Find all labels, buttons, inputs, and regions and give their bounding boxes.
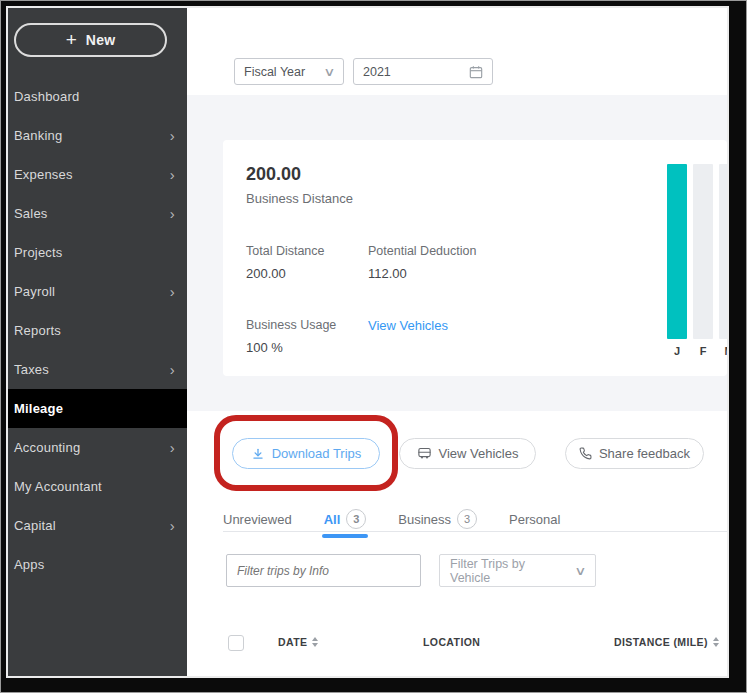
- year-picker[interactable]: 2021: [353, 58, 493, 85]
- tab-label: Business: [398, 512, 451, 527]
- sidebar-item-label: Accounting: [14, 440, 80, 455]
- business-usage-label: Business Usage: [246, 318, 336, 332]
- column-label: DISTANCE (MILE): [614, 636, 708, 648]
- view-vehicles-link[interactable]: View Vehicles: [368, 318, 448, 333]
- filter-vehicle-label: Filter Trips by Vehicle: [450, 557, 568, 585]
- total-distance-label: Total Distance: [246, 244, 325, 258]
- chart-bar-f: [693, 164, 713, 339]
- sidebar-item-label: Payroll: [14, 284, 55, 299]
- chevron-right-icon: ›: [170, 167, 175, 182]
- chevron-down-icon: ∨: [574, 564, 586, 578]
- view-vehicles-button-label: View Vehicles: [439, 446, 519, 461]
- tab-label: Personal: [509, 512, 560, 527]
- sidebar-item-reports[interactable]: Reports: [8, 311, 187, 350]
- sidebar-item-label: Reports: [14, 323, 61, 338]
- chevron-right-icon: ›: [170, 518, 175, 533]
- phone-icon: [579, 447, 592, 460]
- chart-axis-label: F: [693, 345, 713, 357]
- sidebar-item-dashboard[interactable]: Dashboard: [8, 77, 187, 116]
- tab-personal[interactable]: Personal: [509, 512, 560, 527]
- sidebar-item-label: Mileage: [14, 401, 63, 416]
- download-trips-label: Download Trips: [272, 446, 362, 461]
- app-window: + New DashboardBanking›Expenses›Sales›Pr…: [6, 6, 729, 678]
- tab-label: All: [324, 512, 341, 527]
- new-button[interactable]: + New: [14, 23, 167, 57]
- trip-tabs: UnreviewedAll3Business3Personal: [223, 505, 560, 533]
- period-type-value: Fiscal Year: [244, 65, 305, 79]
- potential-deduction-value: 112.00: [368, 266, 407, 281]
- sidebar-item-sales[interactable]: Sales›: [8, 194, 187, 233]
- new-button-label: New: [86, 32, 115, 48]
- tab-count-badge: 3: [457, 509, 477, 529]
- sidebar-item-label: Capital: [14, 518, 56, 533]
- chart-axis-label: M: [719, 345, 727, 357]
- sidebar-item-expenses[interactable]: Expenses›: [8, 155, 187, 194]
- chevron-right-icon: ›: [170, 284, 175, 299]
- plus-icon: +: [66, 30, 77, 49]
- download-icon: [251, 447, 265, 461]
- mileage-summary-card: 200.00 Business Distance Total Distance …: [223, 140, 727, 376]
- chevron-right-icon: ›: [170, 440, 175, 455]
- screenshot-frame: + New DashboardBanking›Expenses›Sales›Pr…: [0, 0, 747, 693]
- business-distance-label: Business Distance: [246, 191, 353, 206]
- chevron-down-icon: ∨: [323, 65, 335, 79]
- column-header-distance-mile[interactable]: DISTANCE (MILE): [614, 636, 719, 648]
- sidebar-item-label: Taxes: [14, 362, 49, 377]
- download-trips-button[interactable]: Download Trips: [232, 438, 380, 469]
- business-distance-value: 200.00: [246, 164, 301, 185]
- chart-bar-j: [667, 164, 687, 339]
- filter-trips-input[interactable]: [226, 554, 421, 587]
- tab-label: Unreviewed: [223, 512, 292, 527]
- sidebar-item-banking[interactable]: Banking›: [8, 116, 187, 155]
- share-feedback-button[interactable]: Share feedback: [565, 438, 704, 469]
- chevron-right-icon: ›: [170, 128, 175, 143]
- tab-all[interactable]: All3: [324, 509, 367, 529]
- tab-business[interactable]: Business3: [398, 509, 477, 529]
- vehicle-icon: [417, 447, 432, 460]
- sidebar-item-label: Apps: [14, 557, 44, 572]
- period-type-select[interactable]: Fiscal Year ∨: [234, 58, 344, 85]
- sidebar-item-apps[interactable]: Apps: [8, 545, 187, 584]
- share-feedback-label: Share feedback: [599, 446, 690, 461]
- sidebar-item-label: Sales: [14, 206, 48, 221]
- column-label: LOCATION: [423, 636, 480, 648]
- filter-vehicle-select[interactable]: Filter Trips by Vehicle ∨: [439, 554, 596, 587]
- business-usage-value: 100 %: [246, 340, 283, 355]
- column-header-date[interactable]: DATE: [278, 636, 318, 648]
- sort-icon: [713, 637, 719, 647]
- sidebar-nav: DashboardBanking›Expenses›Sales›Projects…: [8, 77, 187, 584]
- sidebar-item-mileage[interactable]: Mileage: [8, 389, 187, 428]
- sidebar-item-label: My Accountant: [14, 479, 102, 494]
- chart-bar-m: [719, 164, 727, 339]
- sidebar-item-my-accountant[interactable]: My Accountant: [8, 467, 187, 506]
- sidebar: + New DashboardBanking›Expenses›Sales›Pr…: [8, 8, 187, 676]
- tab-count-badge: 3: [346, 509, 366, 529]
- view-vehicles-button[interactable]: View Vehicles: [399, 438, 536, 469]
- potential-deduction-label: Potential Deduction: [368, 244, 476, 258]
- tabs-divider: [223, 531, 727, 532]
- column-label: DATE: [278, 636, 307, 648]
- column-header-location: LOCATION: [423, 636, 480, 648]
- chevron-right-icon: ›: [170, 362, 175, 377]
- year-value: 2021: [363, 65, 391, 79]
- chevron-right-icon: ›: [170, 206, 175, 221]
- sidebar-item-label: Projects: [14, 245, 63, 260]
- sidebar-item-capital[interactable]: Capital›: [8, 506, 187, 545]
- sidebar-item-accounting[interactable]: Accounting›: [8, 428, 187, 467]
- sidebar-item-payroll[interactable]: Payroll›: [8, 272, 187, 311]
- distance-bar-chart: JFM: [667, 164, 727, 364]
- sidebar-item-label: Expenses: [14, 167, 73, 182]
- tab-unreviewed[interactable]: Unreviewed: [223, 512, 292, 527]
- chart-axis-label: J: [667, 345, 687, 357]
- sidebar-item-projects[interactable]: Projects: [8, 233, 187, 272]
- calendar-icon: [469, 65, 483, 79]
- sidebar-item-label: Dashboard: [14, 89, 79, 104]
- sidebar-item-label: Banking: [14, 128, 62, 143]
- trips-table-header: DATELOCATIONDISTANCE (MILE): [187, 625, 727, 671]
- main-content: Fiscal Year ∨ 2021 200.00: [187, 8, 727, 676]
- select-all-checkbox[interactable]: [228, 635, 244, 651]
- sidebar-item-taxes[interactable]: Taxes›: [8, 350, 187, 389]
- sort-icon: [312, 637, 318, 647]
- total-distance-value: 200.00: [246, 266, 286, 281]
